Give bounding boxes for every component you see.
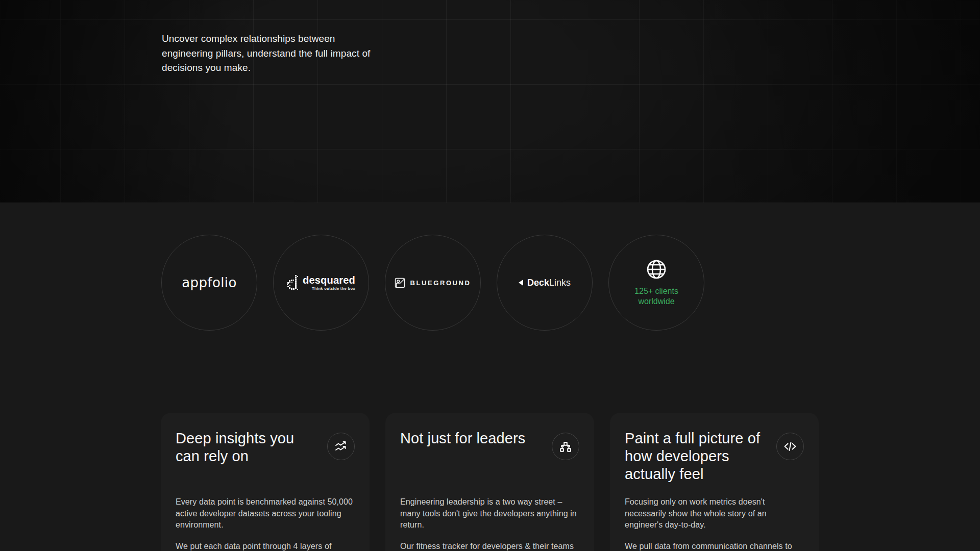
- appfolio-logo: appfolio: [182, 275, 237, 290]
- vector-nodes-icon: [552, 433, 579, 460]
- card-paragraph: Focusing only on work metrics doesn't ne…: [625, 496, 804, 531]
- card-title: Deep insights you can rely on: [176, 430, 312, 465]
- hero-grid-section: Uncover complex relationships between en…: [0, 0, 980, 203]
- desquared-tagline: Think outside the box: [312, 287, 355, 291]
- card-title: Paint a full picture of how developers a…: [625, 430, 762, 483]
- blueground-logo: BLUEGROUND: [410, 279, 471, 287]
- globe-icon: [646, 259, 667, 280]
- card-deep-insights: Deep insights you can rely on Every data…: [161, 413, 370, 551]
- card-paragraph: Our fitness tracker for developers & the…: [400, 541, 579, 551]
- card-full-picture: Paint a full picture of how developers a…: [610, 413, 819, 551]
- card-paragraph: We pull data from communication channels…: [625, 541, 804, 551]
- logo-circle-blueground: BLUEGROUND: [385, 235, 481, 331]
- trend-lines-icon: [327, 433, 355, 460]
- client-logos-row: appfolio desquared: [161, 235, 704, 331]
- logo-circle-appfolio: appfolio: [161, 235, 257, 331]
- decklinks-triangle-icon: [519, 280, 523, 286]
- card-paragraph: Engineering leadership is a two way stre…: [400, 496, 579, 531]
- card-paragraph: Every data point is benchmarked against …: [176, 496, 355, 531]
- logo-circle-clients-count: 125+ clients worldwide: [608, 235, 704, 331]
- desquared-pixel-d-icon: [287, 275, 299, 290]
- card-title: Not just for leaders: [400, 430, 525, 447]
- decklinks-logo-light: Links: [549, 278, 571, 288]
- blueground-square-icon: [395, 278, 405, 288]
- code-icon: [776, 433, 804, 460]
- logo-circle-desquared: desquared Think outside the box: [273, 235, 369, 331]
- feature-cards-row: Deep insights you can rely on Every data…: [161, 413, 819, 551]
- clients-count-text: 125+ clients worldwide: [626, 286, 687, 307]
- desquared-logo: desquared: [303, 275, 355, 285]
- decklinks-logo-bold: Deck: [527, 278, 549, 288]
- card-paragraph: We put each data point through 4 layers …: [176, 541, 355, 551]
- intro-paragraph: Uncover complex relationships between en…: [162, 32, 381, 76]
- background-vignette: [0, 0, 980, 203]
- card-not-just-leaders: Not just for leaders Engineering leaders…: [385, 413, 594, 551]
- logo-circle-decklinks: DeckLinks: [497, 235, 593, 331]
